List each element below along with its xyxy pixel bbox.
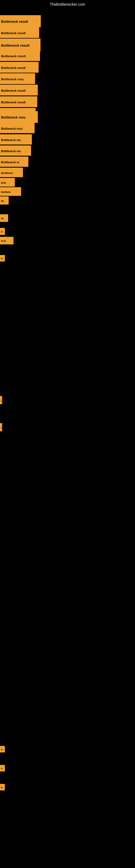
bottleneck-label-7: Bottleneck result (0, 96, 37, 107)
bottleneck-label-3: Bottleneck result (0, 50, 40, 61)
bottleneck-label-1: Bottleneck result (0, 27, 39, 38)
bottleneck-label-15: Bott (0, 178, 15, 187)
bottleneck-label-13: Bottleneck re (0, 156, 28, 167)
bottleneck-label-12: Bottleneck res (0, 145, 31, 156)
bottleneck-label-20: Bottl (0, 237, 13, 244)
bottleneck-label-11: Bottleneck res (0, 134, 32, 145)
bottleneck-label-23: | (0, 423, 2, 431)
bottleneck-label-14: Bottlenec (0, 167, 23, 177)
bottleneck-label-19: B (0, 228, 5, 235)
bottleneck-label-18: Bo (0, 214, 8, 222)
bottleneck-label-17: Bo (0, 196, 9, 205)
bottleneck-label-5: Bottleneck resu (0, 73, 35, 84)
bottleneck-label-10: Bottleneck resu (0, 123, 35, 133)
bottleneck-label-25: B (0, 765, 5, 771)
bottleneck-label-21: B (0, 255, 5, 261)
bottleneck-label-0: Bottleneck result (0, 15, 41, 27)
bottleneck-label-2: Bottleneck result (0, 38, 41, 51)
bottleneck-label-9: Bottleneck resu (0, 111, 38, 123)
bottleneck-label-24: B (0, 746, 5, 752)
site-title: TheBottlenecker.com (50, 2, 85, 6)
bottleneck-label-26: B (0, 784, 5, 790)
bottleneck-label-22: | (0, 396, 2, 404)
bottleneck-label-16: Bottlene (0, 187, 21, 196)
bottleneck-label-4: Bottleneck result (0, 62, 39, 73)
bottleneck-label-6: Bottleneck result (0, 85, 38, 95)
